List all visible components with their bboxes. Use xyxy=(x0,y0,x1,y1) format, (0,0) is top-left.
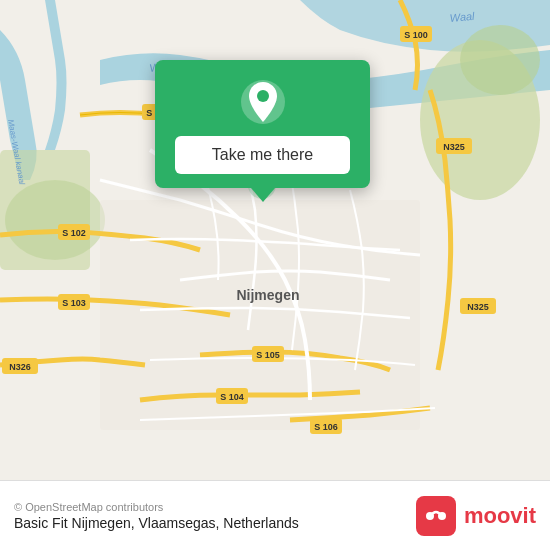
take-me-there-button[interactable]: Take me there xyxy=(175,136,350,174)
svg-text:S 100: S 100 xyxy=(404,30,428,40)
moovit-brand: moovit xyxy=(416,496,536,536)
location-popup: Take me there xyxy=(155,60,370,188)
svg-text:N325: N325 xyxy=(443,142,465,152)
location-pin-icon xyxy=(239,78,287,126)
moovit-logo-text: moovit xyxy=(464,503,536,529)
svg-point-4 xyxy=(5,180,105,260)
svg-text:S 105: S 105 xyxy=(256,350,280,360)
svg-text:S 104: S 104 xyxy=(220,392,244,402)
map-container[interactable]: S 100 S 100 S 102 S 103 S 104 S 105 S 10… xyxy=(0,0,550,480)
svg-point-32 xyxy=(257,90,269,102)
svg-text:S 102: S 102 xyxy=(62,228,86,238)
svg-text:Waal: Waal xyxy=(449,10,475,24)
svg-text:N326: N326 xyxy=(9,362,31,372)
svg-text:S 103: S 103 xyxy=(62,298,86,308)
bottom-bar: © OpenStreetMap contributors Basic Fit N… xyxy=(0,480,550,550)
copyright-text: © OpenStreetMap contributors xyxy=(14,501,299,513)
svg-text:S 106: S 106 xyxy=(314,422,338,432)
location-info: © OpenStreetMap contributors Basic Fit N… xyxy=(14,501,299,531)
moovit-icon xyxy=(416,496,456,536)
svg-text:Nijmegen: Nijmegen xyxy=(236,287,299,303)
svg-point-2 xyxy=(460,25,540,95)
location-title: Basic Fit Nijmegen, Vlaamsegas, Netherla… xyxy=(14,515,299,531)
svg-text:N325: N325 xyxy=(467,302,489,312)
